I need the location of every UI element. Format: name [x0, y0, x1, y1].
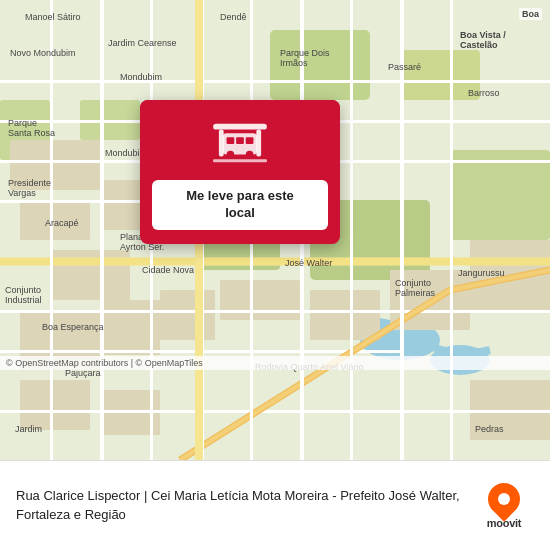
bottom-panel: Rua Clarice Lispector | Cei Maria Letíci…: [0, 460, 550, 550]
navigate-button[interactable]: Me leve para este local: [152, 180, 328, 230]
svg-rect-32: [0, 80, 550, 83]
svg-rect-31: [0, 410, 550, 413]
svg-rect-34: [100, 0, 104, 460]
address-text: Rua Clarice Lispector | Cei Maria Letíci…: [16, 487, 464, 523]
popup-icon-area: [140, 100, 340, 180]
svg-rect-11: [20, 200, 90, 240]
svg-rect-17: [160, 290, 215, 340]
moovit-icon: [481, 476, 526, 521]
moovit-inner-circle: [498, 493, 510, 505]
moovit-logo[interactable]: moovit: [474, 483, 534, 529]
svg-rect-10: [10, 140, 100, 190]
svg-rect-37: [400, 0, 404, 460]
svg-rect-2: [400, 50, 480, 100]
attribution-bar: © OpenStreetMap contributors | © OpenMap…: [0, 356, 550, 370]
svg-rect-7: [450, 150, 550, 240]
attribution-text: © OpenStreetMap contributors | © OpenMap…: [6, 358, 203, 368]
svg-point-52: [246, 151, 254, 159]
svg-rect-19: [310, 290, 380, 340]
svg-rect-49: [236, 137, 244, 144]
svg-rect-48: [227, 137, 235, 144]
svg-rect-22: [20, 380, 90, 430]
svg-rect-53: [213, 159, 267, 162]
svg-rect-50: [246, 137, 254, 144]
map-view[interactable]: Manoel Sátiro Dendê Boa Vista /Castelão …: [0, 0, 550, 460]
bus-stop-icon: [208, 118, 272, 166]
svg-rect-44: [213, 124, 267, 130]
svg-rect-18: [220, 280, 300, 320]
svg-rect-29: [0, 310, 550, 313]
location-popup[interactable]: Me leve para este local: [140, 100, 340, 244]
svg-rect-26: [0, 257, 550, 266]
map-top-label: Boa: [519, 8, 542, 20]
svg-rect-40: [350, 0, 353, 460]
svg-rect-42: [50, 0, 53, 460]
svg-rect-1: [270, 30, 370, 100]
svg-rect-41: [450, 0, 453, 460]
svg-point-51: [227, 151, 235, 159]
